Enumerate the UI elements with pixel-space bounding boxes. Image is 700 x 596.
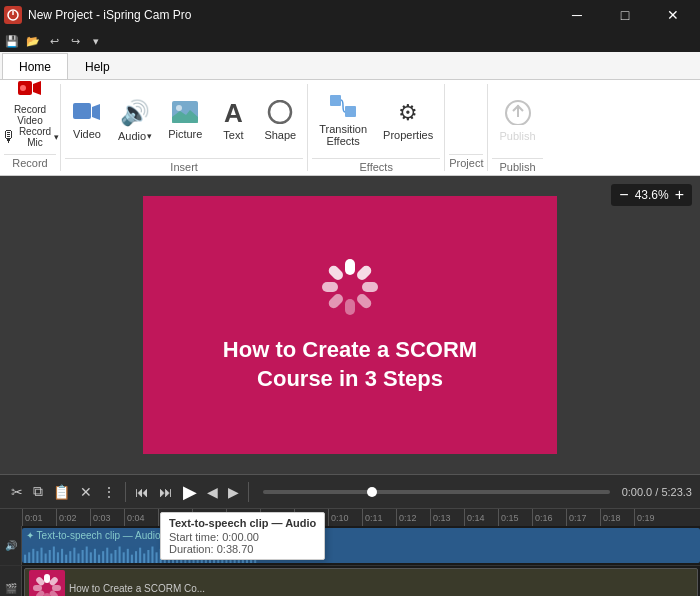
svg-rect-53 — [151, 547, 153, 564]
shape-label: Shape — [264, 129, 296, 141]
slide-title: How to Create a SCORMCourse in 3 Steps — [223, 336, 477, 393]
video-clip-label: How to Create a SCORM Co... — [69, 583, 205, 594]
picture-label: Picture — [168, 128, 202, 140]
slide-logo — [320, 257, 380, 320]
audio-track-label: 🔊 — [0, 526, 22, 565]
ruler-13: 0:14 — [464, 509, 498, 527]
text-button[interactable]: A Text — [211, 84, 255, 156]
next-button[interactable]: ▶ — [225, 480, 242, 504]
ruler-marks: 0:01 0:02 0:03 0:04 0:05 0:06 0:07 0:08 … — [22, 509, 700, 527]
svg-rect-46 — [123, 552, 125, 563]
record-group-label: Record — [4, 154, 56, 171]
play-button[interactable]: ▶ — [180, 480, 200, 504]
svg-rect-38 — [90, 552, 92, 563]
svg-rect-42 — [106, 548, 108, 563]
transition-effects-button[interactable]: TransitionEffects — [312, 84, 374, 156]
picture-icon — [172, 101, 198, 125]
record-mic-button[interactable]: 🎙 RecordMic ▾ — [4, 122, 56, 152]
timeline-thumb[interactable] — [367, 487, 377, 497]
svg-rect-35 — [77, 554, 79, 564]
paste-button[interactable]: 📋 — [50, 480, 73, 504]
delete-button[interactable]: ✕ — [77, 480, 95, 504]
record-mic-dropdown[interactable]: ▾ — [54, 132, 59, 142]
separator-1 — [125, 482, 126, 502]
svg-rect-23 — [28, 552, 30, 563]
go-start-button[interactable]: ⏮ — [132, 480, 152, 504]
svg-rect-19 — [327, 292, 345, 310]
qa-undo[interactable]: ↩ — [44, 31, 64, 51]
record-video-icon — [18, 79, 42, 102]
svg-point-9 — [269, 101, 291, 123]
minimize-button[interactable]: ─ — [554, 0, 600, 30]
qa-redo[interactable]: ↪ — [65, 31, 85, 51]
qa-open[interactable]: 📂 — [23, 31, 43, 51]
properties-button[interactable]: ⚙ Properties — [376, 84, 440, 156]
text-label: Text — [223, 129, 243, 141]
prev-frame-button[interactable]: ⏭ — [156, 480, 176, 504]
svg-rect-10 — [330, 95, 341, 106]
ribbon-group-insert: Video 🔊 Audio ▾ Picture A — [61, 84, 308, 171]
prev-button[interactable]: ◀ — [204, 480, 221, 504]
slide-canvas: How to Create a SCORMCourse in 3 Steps — [143, 196, 557, 454]
timeline-controls: ✂ ⧉ 📋 ✕ ⋮ ⏮ ⏭ ▶ ◀ ▶ 0:00.0 / 5:23.3 — [0, 474, 700, 508]
svg-rect-29 — [53, 547, 55, 564]
svg-rect-80 — [48, 576, 59, 587]
ribbon: RecordVideo 🎙 RecordMic ▾ Record — [0, 80, 700, 176]
split-button[interactable]: ⋮ — [99, 480, 119, 504]
svg-marker-3 — [33, 81, 41, 95]
svg-rect-27 — [45, 554, 47, 564]
svg-rect-41 — [102, 551, 104, 563]
svg-rect-22 — [24, 555, 26, 563]
zoom-in-button[interactable]: + — [673, 186, 686, 204]
svg-rect-39 — [94, 549, 96, 563]
zoom-out-button[interactable]: − — [617, 186, 630, 204]
svg-rect-43 — [110, 554, 112, 564]
app-window: New Project - iSpring Cam Pro ─ □ ✕ 💾 📂 … — [0, 0, 700, 596]
cut-button[interactable]: ✂ — [8, 480, 26, 504]
ruler-9: 0:10 — [328, 509, 362, 527]
ruler-15: 0:16 — [532, 509, 566, 527]
tooltip-start: Start time: 0:00.00 — [169, 531, 316, 543]
svg-rect-49 — [135, 551, 137, 563]
transition-effects-label: TransitionEffects — [319, 123, 367, 147]
svg-rect-15 — [355, 264, 373, 282]
publish-button[interactable]: Publish — [492, 84, 542, 156]
timeline-progress[interactable] — [263, 490, 610, 494]
audio-button[interactable]: 🔊 Audio ▾ — [111, 84, 159, 156]
shape-button[interactable]: Shape — [257, 84, 303, 156]
tab-help[interactable]: Help — [68, 53, 127, 79]
svg-rect-51 — [143, 554, 145, 564]
canvas-area: − 43.6% + — [0, 176, 700, 474]
video-track-row: 🎬 — [0, 566, 700, 596]
svg-rect-17 — [355, 292, 373, 310]
tooltip-title: Text-to-speech clip — Audio — [169, 517, 316, 529]
maximize-button[interactable]: □ — [602, 0, 648, 30]
close-button[interactable]: ✕ — [650, 0, 696, 30]
record-mic-label: RecordMic — [19, 126, 51, 148]
svg-rect-30 — [57, 552, 59, 563]
separator-2 — [248, 482, 249, 502]
ruler-1: 0:02 — [56, 509, 90, 527]
video-content[interactable]: How to Create a SCORM Co... — [22, 566, 700, 596]
audio-waveform[interactable]: ✦ Text-to-speech clip — Audio — [22, 526, 700, 565]
svg-rect-26 — [40, 548, 42, 563]
svg-point-4 — [20, 85, 26, 91]
svg-rect-47 — [127, 549, 129, 563]
video-button[interactable]: Video — [65, 84, 109, 156]
svg-rect-5 — [73, 103, 91, 119]
picture-button[interactable]: Picture — [161, 84, 209, 156]
qa-save[interactable]: 💾 — [2, 31, 22, 51]
ruler-3: 0:04 — [124, 509, 158, 527]
svg-marker-6 — [92, 104, 100, 120]
tab-home[interactable]: Home — [2, 53, 68, 79]
ruler-17: 0:18 — [600, 509, 634, 527]
timeline-ruler: 0:01 0:02 0:03 0:04 0:05 0:06 0:07 0:08 … — [0, 508, 700, 526]
ruler-12: 0:13 — [430, 509, 464, 527]
svg-rect-52 — [147, 550, 149, 563]
copy-button[interactable]: ⧉ — [30, 480, 46, 504]
audio-dropdown[interactable]: ▾ — [147, 131, 152, 141]
qa-dropdown[interactable]: ▾ — [86, 31, 106, 51]
svg-rect-85 — [33, 585, 42, 591]
record-video-button[interactable]: RecordVideo — [4, 84, 56, 120]
ruler-16: 0:17 — [566, 509, 600, 527]
